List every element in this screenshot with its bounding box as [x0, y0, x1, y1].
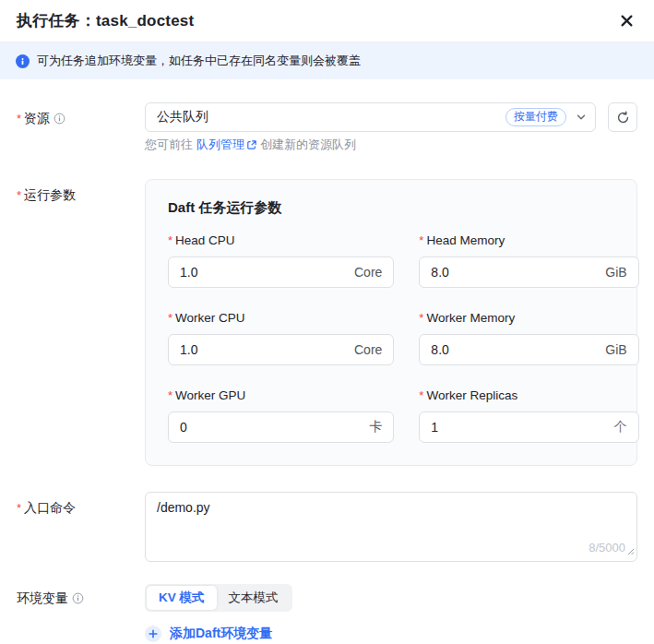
entry-command-row: *入口命令 /demo.py 8/5000 — [17, 492, 637, 562]
mode-kv-button[interactable]: KV 模式 — [147, 586, 217, 610]
worker-gpu-input[interactable] — [180, 420, 362, 435]
entry-command-label: *入口命令 — [17, 492, 145, 562]
unit-label: Core — [354, 342, 382, 357]
field-head-memory: *Head Memory GiB — [419, 233, 638, 288]
card-title: Daft 任务运行参数 — [168, 199, 614, 217]
env-mode-segmented-control: KV 模式 文本模式 — [145, 584, 292, 612]
entry-command-box: /demo.py 8/5000 — [145, 492, 637, 562]
required-asterisk: * — [168, 233, 172, 247]
unit-label: 卡 — [369, 419, 382, 435]
plus-icon — [145, 626, 161, 642]
run-params-label: *运行参数 — [17, 179, 145, 466]
unit-label: Core — [354, 265, 382, 280]
worker-cpu-input-box: Core — [168, 334, 394, 365]
refresh-icon — [616, 111, 630, 125]
info-circle-icon[interactable] — [72, 590, 84, 609]
task-form: *资源 公共队列 按量付费 — [0, 79, 654, 642]
resize-handle-icon[interactable] — [626, 543, 635, 559]
required-asterisk: * — [17, 112, 21, 125]
info-banner: 可为任务追加环境变量，如任务中已存在同名变量则会被覆盖 — [0, 42, 654, 79]
resource-helper-text: 您可前往 队列管理 创建新的资源队列 — [145, 137, 637, 153]
chevron-down-icon — [576, 112, 587, 123]
worker-memory-input[interactable] — [431, 342, 598, 357]
unit-label: 个 — [614, 419, 627, 435]
dialog-title: 执行任务：task_doctest — [17, 10, 194, 31]
worker-replicas-input[interactable] — [431, 420, 606, 435]
required-asterisk: * — [17, 188, 21, 202]
unit-label: GiB — [605, 342, 626, 357]
worker-memory-input-box: GiB — [419, 334, 638, 365]
billing-tag: 按量付费 — [505, 108, 566, 126]
env-vars-label: 环境变量 — [17, 584, 145, 642]
head-cpu-input[interactable] — [180, 265, 347, 280]
field-worker-cpu: *Worker CPU Core — [168, 310, 394, 365]
required-asterisk: * — [168, 388, 172, 402]
queue-manage-link[interactable]: 队列管理 — [196, 137, 257, 153]
mode-text-button[interactable]: 文本模式 — [217, 586, 291, 610]
required-asterisk: * — [17, 501, 21, 515]
head-memory-input-box: GiB — [419, 256, 638, 288]
resource-label: *资源 — [17, 102, 145, 153]
close-icon — [621, 15, 633, 27]
field-worker-gpu: *Worker GPU 卡 — [168, 388, 394, 443]
run-params-row: *运行参数 Daft 任务运行参数 *Head CPU Core *Head M… — [17, 179, 637, 466]
head-memory-input[interactable] — [431, 265, 598, 280]
env-vars-row: 环境变量 KV 模式 文本模式 添加Daft环境变量 — [17, 584, 637, 642]
head-cpu-input-box: Core — [168, 256, 394, 288]
info-circle-icon[interactable] — [54, 111, 65, 129]
close-button[interactable] — [615, 10, 637, 32]
field-worker-replicas: *Worker Replicas 个 — [419, 388, 638, 443]
required-asterisk: * — [419, 388, 423, 402]
entry-command-textarea[interactable]: /demo.py — [146, 493, 636, 561]
selected-queue: 公共队列 — [157, 109, 505, 125]
worker-cpu-input[interactable] — [180, 342, 347, 357]
external-link-icon — [246, 139, 257, 150]
resource-queue-select[interactable]: 公共队列 按量付费 — [145, 102, 596, 132]
worker-replicas-input-box: 个 — [419, 411, 638, 443]
field-worker-memory: *Worker Memory GiB — [419, 310, 638, 365]
info-filled-icon — [16, 54, 30, 68]
resource-row: *资源 公共队列 按量付费 — [17, 102, 637, 153]
add-env-var-button[interactable]: 添加Daft环境变量 — [145, 626, 637, 642]
daft-params-card: Daft 任务运行参数 *Head CPU Core *Head Memory — [145, 179, 637, 466]
add-env-var-label: 添加Daft环境变量 — [170, 626, 272, 642]
required-asterisk: * — [419, 233, 423, 247]
required-asterisk: * — [419, 311, 423, 325]
unit-label: GiB — [605, 265, 626, 280]
banner-text: 可为任务追加环境变量，如任务中已存在同名变量则会被覆盖 — [37, 53, 361, 69]
refresh-button[interactable] — [608, 102, 637, 132]
dialog-header: 执行任务：task_doctest — [0, 0, 654, 42]
required-asterisk: * — [168, 311, 172, 325]
field-head-cpu: *Head CPU Core — [168, 233, 394, 288]
worker-gpu-input-box: 卡 — [168, 411, 394, 443]
